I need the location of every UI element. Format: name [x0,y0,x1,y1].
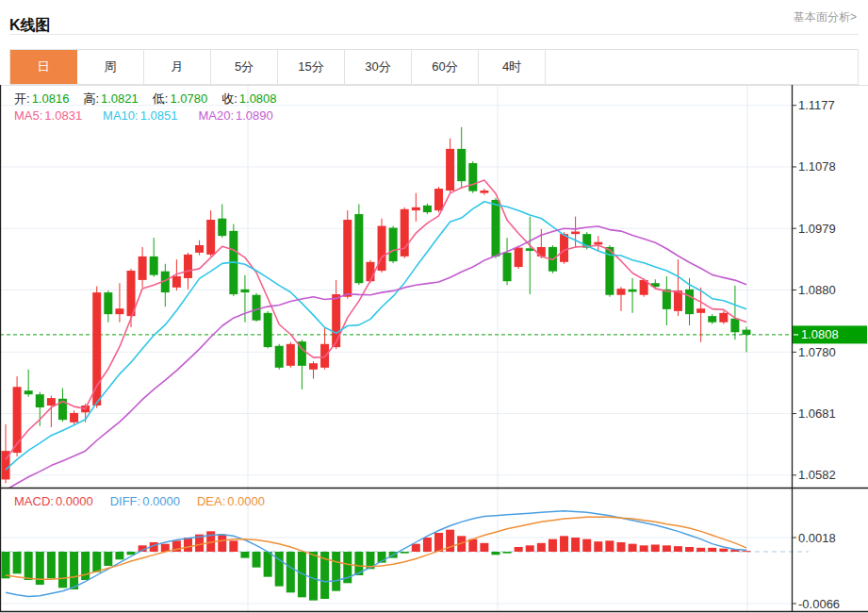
candle-body [708,316,716,323]
macd-bar [503,552,512,554]
ma-readout-item: MA20:1.0890 [198,108,272,123]
candle-body [616,289,625,295]
candle-body [240,290,249,292]
candle-body [47,398,56,406]
last-price-tag: 1.0808 [793,325,867,343]
macd-bar [640,545,648,552]
page-title: K线图 [9,16,51,36]
macd-bar [491,552,500,555]
candle-body [412,207,420,210]
readout-label: MA5: [14,108,42,123]
tab-m15[interactable]: 15分 [278,50,345,84]
candle-body [150,257,158,275]
macd-bar [401,552,409,554]
tab-month[interactable]: 月 [144,50,211,84]
macd-bar [480,543,488,552]
candle-body [491,200,500,257]
candle-body [560,234,568,262]
candle-body [389,228,398,262]
candle-body [218,219,226,236]
fundamental-analysis-link[interactable]: 基本面分析> [794,9,857,25]
tab-m5[interactable]: 5分 [211,50,278,84]
candle-body [571,232,580,235]
macd-bar [663,545,671,552]
macd-bar [629,544,637,552]
ohlc-readout-item: 低:1.0780 [153,91,207,108]
macd-tick-label: 0.0018 [798,531,836,545]
candle-body [287,344,295,366]
candle-body [332,294,340,347]
macd-readout: MACD:0.0000DIFF:0.0000DEA:0.0000 [14,494,265,508]
macd-readout-item: DIFF:0.0000 [110,494,180,508]
candle-body [629,290,637,292]
macd-bar [115,552,123,559]
last-price-tag-label: 1.0808 [801,327,839,341]
candle-body [730,319,739,332]
readout-value: 1.0851 [140,108,178,123]
candle-body [184,255,192,278]
candle-body [663,290,671,309]
candle-body [25,390,33,394]
macd-bar [696,548,705,552]
candle-body [92,292,101,406]
ma-readout-item: MA5:1.0831 [14,108,82,123]
reference-lines [0,335,809,552]
macd-bar [708,548,716,552]
ma-readout: MA5:1.0831MA10:1.0851MA20:1.0890 [14,108,273,123]
macd-bar [287,552,295,592]
macd-bar [264,552,272,577]
readout-label: MA10: [103,108,139,123]
macd-bar [309,552,318,601]
candle-body [115,308,123,314]
price-tick-label: 1.0780 [798,345,836,359]
ma-readout-item: MA10:1.0851 [103,108,177,123]
readout-value: 0.0000 [142,494,180,508]
macd-bar [605,540,614,552]
macd-bar [616,542,625,552]
candle-body [354,214,363,283]
macd-bar [743,551,751,552]
macd-bar [92,552,101,572]
macd-layer [2,511,751,601]
candle-body [206,220,215,255]
readout-value: 0.0000 [227,494,265,508]
macd-bar [2,552,10,578]
candle-body [685,290,694,314]
price-tick-label: 1.0880 [798,283,836,297]
price-tick-label: 1.0681 [798,406,836,421]
readout-value: 0.0000 [56,494,93,508]
readout-label: MA20: [198,108,234,123]
price-tick-label: 1.0582 [798,468,836,482]
macd-bar [549,539,557,552]
candle-body [253,295,261,321]
candle-body [696,308,705,313]
candle-body [309,363,318,370]
kline-chart-svg: 1.11771.10781.09791.08801.07801.06811.05… [0,85,868,613]
candle-body [366,262,374,281]
candle-body [468,163,477,191]
candle-body [594,242,602,245]
macd-bar [537,543,546,552]
tab-m60[interactable]: 60分 [412,50,479,84]
macd-bar [218,535,226,552]
macd-bar [719,549,728,552]
candle-body [275,346,284,368]
macd-bar [104,552,112,566]
tab-h4[interactable]: 4时 [479,50,546,84]
macd-bar [25,552,33,580]
readout-value: 1.0780 [170,91,207,106]
candle-body [503,253,512,281]
tab-day[interactable]: 日 [10,50,77,84]
tab-m30[interactable]: 30分 [345,50,412,84]
tab-week[interactable]: 周 [77,50,144,84]
candlestick-layer [2,127,751,484]
macd-bar [240,552,249,558]
ohlc-readout-item: 开:1.0816 [14,91,69,108]
ohlc-readout-item: 高:1.0821 [83,91,138,108]
macd-bar [582,539,591,552]
candle-body [515,248,523,267]
ma-lines-layer [6,180,746,490]
candle-body [537,247,546,257]
macd-bar [412,544,420,552]
readout-value: 1.0816 [32,91,70,106]
